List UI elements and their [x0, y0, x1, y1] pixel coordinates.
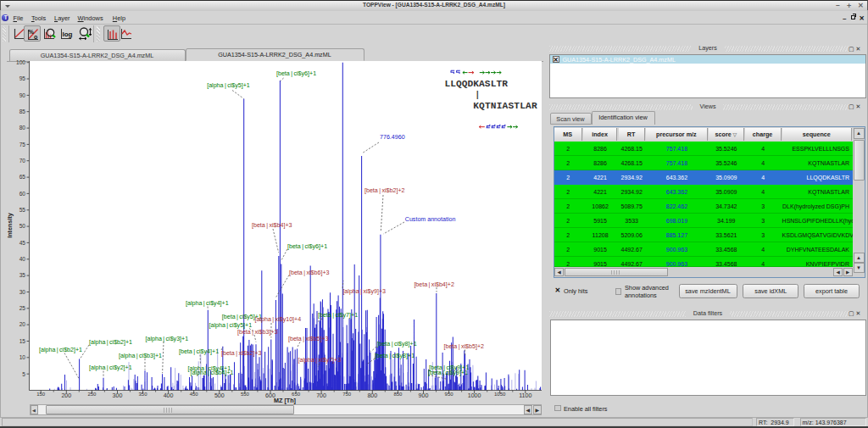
svg-text:150: 150: [36, 392, 46, 397]
svg-text:60: 60: [19, 191, 26, 197]
svg-text:[beta | ci$y9]+1: [beta | ci$y9]+1: [428, 370, 468, 376]
svg-text:[beta | xi$b5]+3: [beta | xi$b5]+3: [288, 336, 329, 342]
svg-text:[beta | xi$b6]+3: [beta | xi$b6]+3: [289, 270, 330, 276]
svg-text:5: 5: [22, 371, 25, 377]
svg-text:[beta | ci$y4]+1: [beta | ci$y4]+1: [179, 348, 219, 355]
svg-text:550: 550: [241, 392, 250, 397]
svg-text:[alpha | xi$y7]+3: [alpha | xi$y7]+3: [298, 357, 342, 364]
svg-text:15: 15: [19, 338, 26, 344]
svg-text:200: 200: [61, 392, 71, 399]
svg-text:[beta | xi$b2]+2: [beta | xi$b2]+2: [364, 187, 405, 194]
svg-text:10: 10: [19, 354, 26, 360]
svg-text:35: 35: [19, 272, 26, 278]
svg-text:55: 55: [19, 207, 26, 213]
svg-text:[alpha | ci$b2]+1: [alpha | ci$b2]+1: [39, 347, 82, 353]
svg-text:40: 40: [19, 256, 26, 262]
svg-text:[alpha | ci$y3]+1: [alpha | ci$y3]+1: [146, 336, 189, 342]
svg-text:450: 450: [190, 392, 199, 397]
svg-text:100: 100: [16, 59, 25, 65]
svg-text:[alpha | ci$b2]+1: [alpha | ci$b2]+1: [89, 339, 132, 346]
svg-text:|: |: [475, 91, 480, 100]
svg-text:500: 500: [214, 392, 225, 399]
svg-text:90: 90: [19, 92, 26, 98]
svg-text:75: 75: [19, 142, 26, 147]
svg-text:300: 300: [113, 392, 123, 399]
svg-text:Intensity: Intensity: [6, 213, 14, 238]
svg-text:1000: 1000: [468, 392, 481, 399]
svg-text:[alpha | xi$y9]+3: [alpha | xi$y9]+3: [342, 288, 386, 295]
svg-text:30: 30: [19, 289, 26, 295]
svg-text:776.4960: 776.4960: [380, 134, 405, 141]
svg-text:[beta | xi$b4]+2: [beta | xi$b4]+2: [414, 281, 454, 288]
svg-text:[beta | xi$b3]+3: [beta | xi$b3]+3: [237, 329, 278, 336]
svg-text:45: 45: [19, 240, 26, 246]
svg-text:65: 65: [19, 174, 26, 180]
svg-text:[beta | xi$b2]+3: [beta | xi$b2]+3: [221, 350, 262, 357]
svg-text:900: 900: [419, 392, 429, 399]
svg-text:[beta | ci$y7]+1: [beta | ci$y7]+1: [318, 312, 358, 319]
svg-text:[alpha | ci$y4]+1: [alpha | ci$y4]+1: [186, 300, 229, 307]
svg-text:[alpha | xi$y10]+4: [alpha | xi$y10]+4: [255, 316, 302, 323]
svg-text:1100: 1100: [519, 392, 531, 399]
svg-text:[beta | xi$b5]+2: [beta | xi$b5]+2: [444, 343, 485, 350]
svg-text:850: 850: [393, 392, 403, 397]
svg-text:95: 95: [19, 75, 26, 81]
svg-text:800: 800: [367, 392, 377, 399]
svg-text:25: 25: [19, 305, 26, 311]
svg-text:[beta | xi$b4]+3: [beta | xi$b4]+3: [252, 222, 292, 229]
svg-text:250: 250: [87, 392, 97, 397]
svg-text:750: 750: [342, 392, 352, 397]
svg-text:Custom annotation: Custom annotation: [405, 216, 456, 223]
svg-text:[beta | ci$y8]+1: [beta | ci$y8]+1: [377, 341, 417, 347]
svg-text:20: 20: [19, 321, 26, 327]
svg-text:350: 350: [138, 392, 147, 397]
svg-text:400: 400: [164, 392, 174, 399]
svg-text:1050: 1050: [494, 392, 506, 397]
svg-text:50: 50: [19, 223, 26, 229]
svg-text:80: 80: [19, 125, 26, 131]
svg-text:MZ [Th]: MZ [Th]: [274, 397, 296, 404]
svg-text:700: 700: [316, 392, 326, 399]
svg-text:[alpha | ci$y2]+1: [alpha | ci$y2]+1: [89, 364, 132, 371]
svg-text:[alpha | ci$b3]+1: [alpha | ci$b3]+1: [119, 353, 162, 359]
svg-text:LLQQDKASLTR: LLQQDKASLTR: [444, 79, 508, 89]
svg-text:[beta | ci$y6]+1: [beta | ci$y6]+1: [276, 70, 316, 77]
svg-text:950: 950: [445, 392, 454, 397]
svg-text:[alpha | ci$b4]+1: [alpha | ci$b4]+1: [191, 370, 234, 376]
svg-text:70: 70: [19, 158, 26, 164]
svg-text:[alpha | ci$y5]+1: [alpha | ci$y5]+1: [207, 82, 250, 89]
svg-text:[beta | ci$y8]+1: [beta | ci$y8]+1: [375, 353, 415, 359]
svg-text:85: 85: [19, 108, 26, 114]
svg-text:KQTNIASTLAR: KQTNIASTLAR: [473, 101, 537, 111]
svg-text:[beta | ci$y6]+1: [beta | ci$y6]+1: [287, 243, 327, 250]
